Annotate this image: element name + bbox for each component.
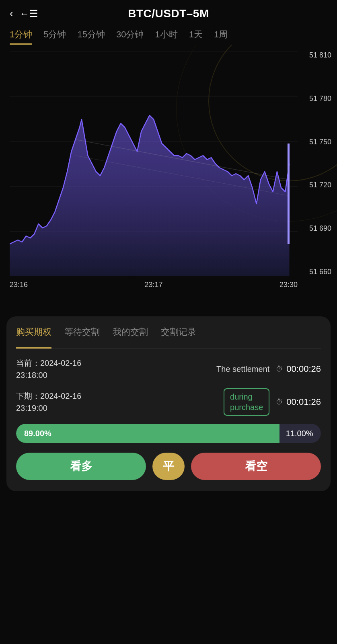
current-timer-value: 00:00:26 xyxy=(286,364,321,374)
current-timer: ⏱ 00:00:26 xyxy=(276,364,321,374)
page-title: BTC/USDT–5M xyxy=(128,7,209,20)
y-axis: 51 810 51 780 51 750 51 720 51 690 51 66… xyxy=(301,51,333,276)
tab-1h[interactable]: 1小时 xyxy=(155,29,177,45)
tab-15min[interactable]: 15分钟 xyxy=(78,29,105,45)
progress-green-label: 89.00% xyxy=(24,429,51,438)
time-tabs: 1分钟 5分钟 15分钟 30分钟 1小时 1天 1周 xyxy=(0,25,337,45)
progress-dark: 11.00% xyxy=(279,424,321,443)
panel-tabs: 购买期权 等待交割 我的交割 交割记录 xyxy=(16,326,321,349)
panel-tab-buy[interactable]: 购买期权 xyxy=(16,326,51,343)
action-buttons: 看多 平 看空 xyxy=(16,453,321,480)
y-label-3: 51 720 xyxy=(309,181,331,189)
next-settlement-row: 下期：2024-02-1623:19:00 duringpurchase ⏱ 0… xyxy=(16,388,321,416)
panel-tab-records[interactable]: 交割记录 xyxy=(161,326,196,343)
during-purchase-badge: duringpurchase xyxy=(224,388,269,416)
panel-tab-waiting[interactable]: 等待交割 xyxy=(64,326,100,343)
current-settlement-date: 当前：2024-02-1623:18:00 xyxy=(16,357,81,381)
tab-1w[interactable]: 1周 xyxy=(214,29,228,45)
y-label-5: 51 660 xyxy=(309,268,331,276)
back-button[interactable]: ‹ xyxy=(10,7,13,20)
y-label-4: 51 690 xyxy=(309,224,331,233)
x-axis: 23:16 23:17 23:30 xyxy=(10,277,298,292)
bottom-panel: 购买期权 等待交割 我的交割 交割记录 当前：2024-02-1623:18:0… xyxy=(6,316,331,491)
next-settlement-date: 下期：2024-02-1623:19:00 xyxy=(16,390,81,414)
next-timer-value: 00:01:26 xyxy=(286,397,321,407)
header-left: ‹ ←☰ xyxy=(10,7,38,20)
tab-1d[interactable]: 1天 xyxy=(189,29,203,45)
panel-tab-my[interactable]: 我的交割 xyxy=(113,326,148,343)
tab-5min[interactable]: 5分钟 xyxy=(43,29,66,45)
settlement-text-label: The settlement xyxy=(216,365,269,374)
current-settlement-row: 当前：2024-02-1623:18:00 The settlement ⏱ 0… xyxy=(16,357,321,381)
x-label-1: 23:17 xyxy=(144,281,162,289)
chart-inner: 51 810 51 780 51 750 51 720 51 690 51 66… xyxy=(10,51,333,292)
y-label-2: 51 750 xyxy=(309,138,331,146)
chart-svg xyxy=(10,51,298,276)
long-button[interactable]: 看多 xyxy=(16,453,146,480)
next-timer: ⏱ 00:01:26 xyxy=(276,397,321,407)
tab-30min[interactable]: 30分钟 xyxy=(116,29,144,45)
clock-icon-current: ⏱ xyxy=(276,365,283,373)
progress-green: 89.00% xyxy=(16,424,279,443)
neutral-button[interactable]: 平 xyxy=(152,453,185,480)
y-label-1: 51 780 xyxy=(309,94,331,103)
x-label-2: 23:30 xyxy=(279,281,298,289)
y-label-0: 51 810 xyxy=(309,51,331,59)
chart-container: 51 810 51 780 51 750 51 720 51 690 51 66… xyxy=(0,45,337,310)
tab-1min[interactable]: 1分钟 xyxy=(10,29,32,45)
x-label-0: 23:16 xyxy=(10,281,28,289)
next-settlement-right: duringpurchase ⏱ 00:01:26 xyxy=(224,388,321,416)
short-button[interactable]: 看空 xyxy=(191,453,321,480)
clock-icon-next: ⏱ xyxy=(276,398,283,406)
current-settlement-right: The settlement ⏱ 00:00:26 xyxy=(216,364,321,374)
header: ‹ ←☰ BTC/USDT–5M xyxy=(0,0,337,25)
progress-bar: 89.00% 11.00% xyxy=(16,424,321,443)
menu-icon[interactable]: ←☰ xyxy=(20,8,38,19)
progress-dark-label: 11.00% xyxy=(286,429,313,438)
